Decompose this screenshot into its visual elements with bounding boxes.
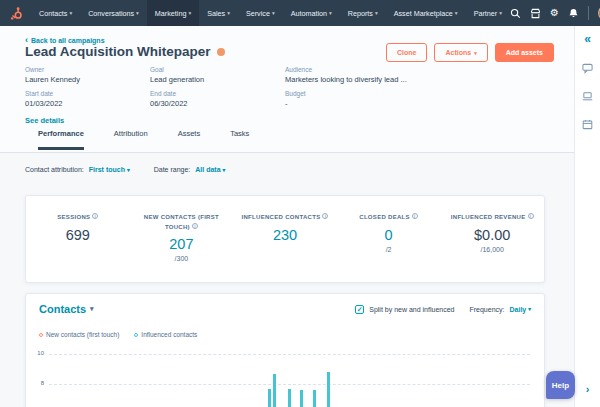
top-nav: Contacts▾Conversations▾Marketing▾Sales▾S… — [0, 0, 600, 26]
metric-influenced-contacts: INFLUENCED CONTACTSi230 — [233, 213, 337, 243]
nav-item-conversations[interactable]: Conversations▾ — [80, 0, 147, 26]
page-title-row: Lead Acquisition Whitepaper — [25, 44, 225, 59]
chart-bar — [327, 372, 330, 407]
actions-button[interactable]: Actions▾ — [434, 43, 487, 62]
chevron-down-icon: ▾ — [227, 10, 230, 16]
nav-item-partner[interactable]: Partner▾ — [466, 0, 510, 26]
nav-item-contacts[interactable]: Contacts▾ — [31, 0, 80, 26]
comments-icon[interactable] — [582, 63, 593, 74]
back-to-campaigns-link[interactable]: ‹ Back to all campaigns — [25, 37, 105, 44]
chevron-down-icon: ▾ — [474, 50, 477, 56]
expand-chevron-icon[interactable]: › — [586, 383, 590, 395]
back-chevron-icon: ‹ — [25, 37, 28, 44]
metric-label: INFLUENCED CONTACTSi — [239, 213, 331, 223]
contact-attribution-label: Contact attribution: — [25, 166, 84, 173]
hubspot-logo-icon[interactable] — [10, 7, 23, 20]
contacts-header: Contacts ▾ ✓ Split by new and influenced… — [26, 294, 544, 315]
nav-item-label: Sales — [207, 9, 225, 18]
chevron-down-icon: ▾ — [90, 305, 94, 313]
nav-item-label: Conversations — [88, 9, 134, 18]
info-icon[interactable]: i — [412, 213, 418, 219]
date-range-label: Date range: — [154, 166, 191, 173]
nav-item-service[interactable]: Service▾ — [238, 0, 283, 26]
legend-item[interactable]: New contacts (first touch) — [39, 331, 119, 338]
y-axis-tick: 10 — [26, 350, 44, 356]
split-checkbox[interactable]: ✓ — [355, 305, 364, 314]
tab-performance[interactable]: Performance — [38, 129, 84, 150]
devices-preview-icon[interactable] — [582, 91, 593, 102]
detail-goal: Goal Lead generation End date 06/30/2022 — [150, 66, 285, 114]
contacts-report-dropdown[interactable]: Contacts ▾ — [39, 303, 94, 315]
notifications-bell-icon[interactable] — [568, 8, 579, 19]
see-details-link[interactable]: See details — [25, 116, 64, 125]
info-icon[interactable]: i — [322, 213, 328, 219]
metric-label: NEW CONTACTS (FIRST TOUCH)i — [136, 213, 228, 232]
info-icon[interactable]: i — [192, 223, 198, 229]
metric-goal: /16,000 — [446, 246, 538, 253]
nav-item-sales[interactable]: Sales▾ — [199, 0, 238, 26]
goal-label: Goal — [150, 66, 285, 73]
metric-label: SESSIONSi — [32, 213, 124, 223]
frequency-label: Frequency: — [469, 306, 504, 313]
audience-label: Audience — [285, 66, 515, 73]
marketplace-icon[interactable] — [530, 8, 541, 19]
date-range-dropdown[interactable]: All data ▾ — [195, 166, 225, 173]
back-link-label: Back to all campaigns — [31, 37, 105, 44]
detail-owner: Owner Lauren Kennedy Start date 01/03/20… — [25, 66, 150, 114]
nav-item-label: Automation — [291, 9, 327, 18]
main-content: ‹ Back to all campaigns Lead Acquisition… — [0, 26, 574, 407]
detail-audience: Audience Marketers looking to diversify … — [285, 66, 515, 114]
end-date-value: 06/30/2022 — [150, 99, 285, 108]
start-date-value: 01/03/2022 — [25, 99, 150, 108]
info-icon[interactable]: i — [528, 213, 534, 219]
settings-gear-icon[interactable]: ⚙ — [550, 8, 559, 18]
metric-label: CLOSED DEALSi — [343, 213, 435, 223]
frequency-dropdown[interactable]: Daily ▾ — [510, 306, 532, 313]
tab-tasks[interactable]: Tasks — [230, 129, 249, 150]
tab-assets[interactable]: Assets — [178, 129, 201, 150]
gridline-10 — [49, 354, 530, 355]
nav-item-automation[interactable]: Automation▾ — [283, 0, 340, 26]
header-buttons: Clone Actions▾ Add assets — [386, 43, 554, 62]
owner-label: Owner — [25, 66, 150, 73]
chevron-down-icon: ▾ — [455, 10, 458, 16]
nav-item-reports[interactable]: Reports▾ — [340, 0, 386, 26]
chevron-down-icon: ▾ — [528, 306, 531, 312]
legend-marker-icon — [39, 333, 43, 337]
help-button[interactable]: Help — [546, 371, 575, 399]
nav-item-marketing[interactable]: Marketing▾ — [147, 0, 199, 26]
audience-value: Marketers looking to diversify lead ... — [285, 75, 515, 84]
collapse-panel-icon[interactable]: « — [584, 32, 591, 46]
chevron-down-icon: ▾ — [69, 10, 72, 16]
metric-value: $0.00 — [446, 227, 538, 243]
chart-bar — [268, 389, 271, 407]
tab-attribution[interactable]: Attribution — [114, 129, 148, 150]
contact-attribution-dropdown[interactable]: First touch ▾ — [89, 166, 130, 173]
metric-goal: /300 — [136, 255, 228, 262]
chart-bar — [313, 390, 316, 407]
campaign-details: Owner Lauren Kennedy Start date 01/03/20… — [25, 66, 515, 114]
info-icon[interactable]: i — [92, 213, 98, 219]
chevron-down-icon: ▾ — [272, 10, 275, 16]
chart-bar — [273, 374, 276, 407]
nav-item-asset-marketplace[interactable]: Asset Marketplace▾ — [386, 0, 466, 26]
calendar-icon[interactable] — [582, 119, 593, 130]
chart-plot: 10 8 — [26, 346, 544, 407]
y-axis-tick: 8 — [26, 380, 44, 386]
budget-value: - — [285, 99, 515, 108]
metric-sessions: SESSIONSi699 — [26, 213, 130, 243]
chart-bar — [300, 390, 303, 407]
split-checkbox-label: Split by new and influenced — [369, 306, 454, 313]
gridline-8 — [49, 384, 530, 385]
metric-value: 0 — [343, 227, 435, 243]
chart-bar — [288, 389, 291, 407]
clone-button[interactable]: Clone — [386, 43, 427, 62]
nav-item-label: Partner — [474, 9, 498, 18]
chevron-down-icon: ▾ — [136, 10, 139, 16]
search-icon[interactable] — [510, 8, 521, 19]
budget-label: Budget — [285, 90, 515, 97]
metric-closed-deals: CLOSED DEALSi0/2 — [337, 213, 441, 253]
legend-item[interactable]: Influenced contacts — [134, 331, 197, 338]
metrics-summary-card: SESSIONSi699NEW CONTACTS (FIRST TOUCH)i2… — [25, 195, 545, 283]
add-assets-button[interactable]: Add assets — [495, 43, 554, 62]
